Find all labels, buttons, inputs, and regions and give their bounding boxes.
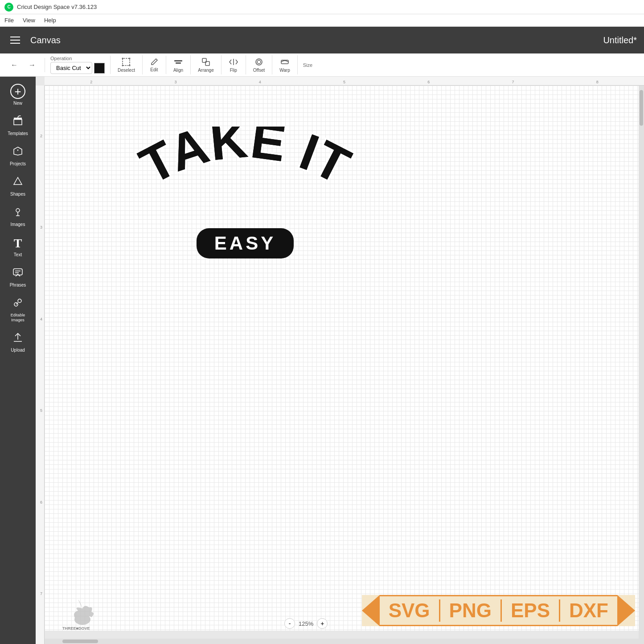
projects-icon (12, 145, 24, 160)
sidebar-item-images[interactable]: Images (2, 202, 34, 231)
vertical-scrollbar[interactable] (639, 86, 644, 644)
svg-rect-6 (176, 62, 181, 64)
format-svg: SVG (380, 599, 440, 622)
flip-label: Flip (230, 68, 237, 73)
svg-point-10 (257, 60, 261, 64)
svg-point-1 (122, 58, 123, 59)
format-eps: EPS (502, 599, 560, 622)
sidebar-phrases-label: Phrases (10, 283, 26, 288)
editable-images-icon (12, 297, 24, 311)
operation-select[interactable]: Basic Cut (50, 62, 92, 74)
shapes-icon (12, 176, 24, 190)
svg-point-4 (129, 65, 131, 66)
edit-button[interactable]: Edit (148, 56, 160, 74)
menu-view[interactable]: View (23, 17, 35, 24)
menu-help[interactable]: Help (44, 17, 56, 24)
sidebar-new-label: New (13, 101, 22, 106)
title-bar: C Cricut Design Space v7.36.123 (0, 0, 644, 14)
deselect-section: Deselect (116, 55, 143, 74)
svg-rect-0 (123, 58, 130, 66)
arrange-label: Arrange (198, 68, 214, 73)
align-label: Align (173, 68, 183, 73)
main-layout: + New Templates Projects (0, 77, 644, 644)
canvas-area[interactable]: 2345678 234567 TAKE IT (36, 77, 644, 644)
size-label: Size (303, 62, 312, 68)
menu-bar: File View Help (0, 14, 644, 27)
sidebar-item-editable-images[interactable]: Editable Images (2, 293, 34, 326)
format-inner: SVG PNG EPS DXF (380, 595, 617, 626)
format-banner: SVG PNG EPS DXF (362, 595, 635, 626)
sidebar-item-templates[interactable]: Templates (2, 111, 34, 140)
design-content: TAKE IT TAKE IT EASY (89, 112, 401, 273)
operation-label: Operation (50, 56, 105, 61)
upload-icon (12, 332, 24, 346)
document-title: Untitled* (603, 35, 637, 45)
horizontal-scrollbar[interactable] (45, 639, 639, 644)
offset-button[interactable]: Offset (251, 55, 267, 74)
format-dxf: DXF (560, 599, 617, 622)
svg-marker-12 (14, 177, 22, 185)
zoom-out-button[interactable]: - (284, 618, 295, 629)
flip-button[interactable]: Flip (227, 55, 240, 74)
format-png: PNG (440, 599, 502, 622)
edit-section: Edit (148, 56, 166, 74)
operation-section: Operation Basic Cut (50, 56, 111, 74)
sidebar-item-new[interactable]: + New (2, 80, 34, 110)
svg-text:THREE■DOVE: THREE■DOVE (62, 626, 90, 631)
svg-point-3 (122, 65, 123, 66)
svg-point-13 (16, 209, 20, 212)
svg-point-9 (256, 59, 262, 65)
app-title: Cricut Design Space v7.36.123 (17, 4, 97, 10)
sidebar-item-projects[interactable]: Projects (2, 142, 34, 170)
svg-rect-5 (174, 60, 182, 62)
sidebar-item-text[interactable]: T Text (2, 233, 34, 261)
align-button[interactable]: Align (172, 55, 185, 74)
templates-icon (12, 115, 24, 129)
offset-label: Offset (253, 68, 265, 73)
easy-badge: EASY (197, 228, 294, 258)
grid-canvas[interactable]: TAKE IT TAKE IT EASY (45, 86, 644, 631)
svg-point-18 (18, 299, 21, 303)
sidebar-text-label: Text (14, 252, 22, 258)
undo-redo-section: ← → (7, 58, 45, 72)
color-swatch[interactable] (94, 63, 105, 74)
warp-section: Warp (278, 55, 298, 74)
warp-button[interactable]: Warp (278, 55, 292, 74)
menu-file[interactable]: File (4, 17, 14, 24)
offset-section: Offset (251, 55, 273, 74)
undo-button[interactable]: ← (7, 58, 21, 72)
sidebar-shapes-label: Shapes (10, 192, 25, 197)
sidebar-item-shapes[interactable]: Shapes (2, 172, 34, 201)
watermark-banner: THREE■DOVE SVG PNG EPS DXF (53, 591, 644, 631)
svg-point-2 (129, 58, 131, 59)
arrange-section: Arrange (196, 55, 222, 74)
threedove-logo-svg: THREE■DOVE (62, 595, 103, 631)
sidebar-templates-label: Templates (8, 131, 28, 136)
zoom-level: 125% (299, 620, 313, 627)
redo-button[interactable]: → (25, 58, 39, 72)
arrange-button[interactable]: Arrange (196, 55, 216, 74)
warp-label: Warp (279, 68, 290, 73)
threedove-logo: THREE■DOVE (62, 595, 103, 631)
align-section: Align (172, 55, 191, 74)
take-it-svg: TAKE IT TAKE IT (98, 127, 392, 225)
edit-label: Edit (150, 67, 158, 72)
banner-arrow-left (362, 595, 380, 626)
svg-text:TAKE IT: TAKE IT (131, 127, 359, 195)
images-icon (12, 206, 24, 220)
toolbar: ← → Operation Basic Cut Deselect (0, 53, 644, 77)
flip-section: Flip (227, 55, 246, 74)
hamburger-menu[interactable] (7, 32, 23, 48)
sidebar-item-phrases[interactable]: Phrases (2, 263, 34, 291)
sidebar-images-label: Images (11, 222, 25, 227)
left-sidebar: + New Templates Projects (0, 77, 36, 644)
size-section: Size (303, 62, 318, 68)
zoom-in-button[interactable]: + (317, 618, 328, 629)
deselect-label: Deselect (118, 68, 135, 73)
sidebar-editable-images-label: Editable Images (4, 313, 32, 323)
sidebar-item-upload[interactable]: Upload (2, 328, 34, 357)
text-icon: T (14, 236, 22, 250)
new-icon: + (10, 84, 25, 99)
top-nav: Canvas Untitled* (0, 27, 644, 53)
deselect-button[interactable]: Deselect (116, 55, 137, 74)
